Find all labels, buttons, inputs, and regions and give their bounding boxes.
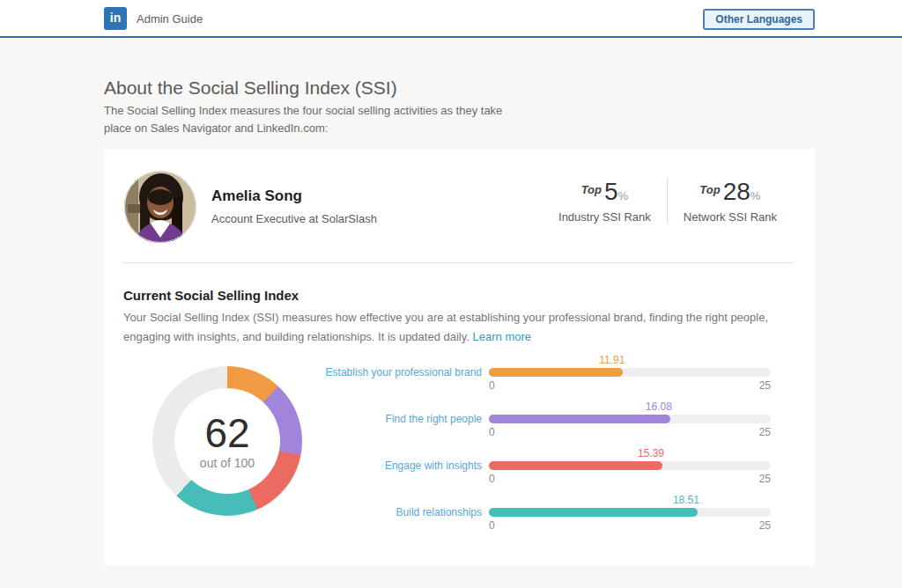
bar-row-brand: 11.91 Establish your professional brand …	[104, 355, 800, 395]
bar-category-label[interactable]: Build relationships	[104, 507, 482, 518]
bar-value-label: 16.08	[646, 401, 672, 413]
bar-value-label: 15.39	[638, 448, 664, 459]
rank-number: 28	[723, 178, 750, 205]
ssi-card: Amelia Song Account Executive at SolarSl…	[104, 149, 815, 566]
axis-min-label: 0	[489, 426, 495, 438]
bar-track	[489, 461, 771, 470]
axis-min-label: 0	[489, 379, 495, 392]
rank-prefix: Top	[699, 183, 720, 196]
bar-fill	[489, 415, 670, 423]
bar-track	[489, 415, 771, 423]
header-title: Admin Guide	[137, 12, 203, 26]
card-divider	[123, 262, 793, 263]
linkedin-logo-icon[interactable]: in	[104, 7, 127, 30]
page-subtitle: The Social Selling Index measures the fo…	[104, 102, 522, 137]
section-heading: Current Social Selling Index	[123, 288, 299, 303]
bar-fill	[489, 461, 662, 470]
network-rank-value: Top28%	[684, 178, 777, 206]
bar-category-label[interactable]: Find the right people	[104, 414, 482, 425]
axis-min-label: 0	[489, 473, 495, 485]
axis-max-label: 25	[744, 379, 771, 392]
other-languages-button[interactable]: Other Languages	[703, 9, 815, 30]
industry-rank-block: Top5% Industry SSI Rank	[543, 178, 667, 224]
bar-fill	[489, 368, 623, 377]
rank-prefix: Top	[581, 183, 602, 196]
bar-track	[489, 508, 771, 517]
bar-track	[489, 368, 771, 377]
network-rank-block: Top28% Network SSI Rank	[668, 178, 793, 224]
bar-category-label[interactable]: Establish your professional brand	[104, 367, 482, 379]
rank-unit: %	[618, 189, 629, 202]
profile-name: Amelia Song	[211, 187, 302, 205]
axis-max-label: 25	[744, 519, 771, 532]
page-title: About the Social Selling Index (SSI)	[104, 77, 397, 99]
axis-min-label: 0	[489, 519, 495, 532]
bar-row-insights: 15.39 Engage with insights 0 25	[104, 448, 800, 489]
bar-category-label[interactable]: Engage with insights	[104, 460, 482, 472]
rank-unit: %	[750, 189, 761, 202]
bar-row-relationships: 18.51 Build relationships 0 25	[104, 495, 800, 535]
bar-value-label: 11.91	[599, 355, 625, 366]
rank-number: 5	[604, 178, 618, 205]
top-header: in Admin Guide Other Languages	[0, 0, 902, 38]
profile-avatar	[124, 171, 196, 243]
industry-rank-value: Top5%	[558, 178, 651, 206]
section-description-text: Your Social Selling Index (SSI) measures…	[123, 311, 768, 343]
bar-fill	[489, 508, 698, 517]
axis-max-label: 25	[744, 473, 771, 485]
section-description: Your Social Selling Index (SSI) measures…	[123, 308, 784, 347]
bar-row-people: 16.08 Find the right people 0 25	[104, 401, 800, 442]
ssi-ranks: Top5% Industry SSI Rank Top28% Network S…	[543, 178, 793, 224]
axis-max-label: 25	[744, 426, 771, 438]
bar-value-label: 18.51	[673, 495, 699, 506]
network-rank-label: Network SSI Rank	[684, 210, 777, 224]
industry-rank-label: Industry SSI Rank	[558, 210, 651, 224]
profile-headline: Account Executive at SolarSlash	[211, 212, 377, 225]
learn-more-link[interactable]: Learn more	[473, 330, 531, 343]
